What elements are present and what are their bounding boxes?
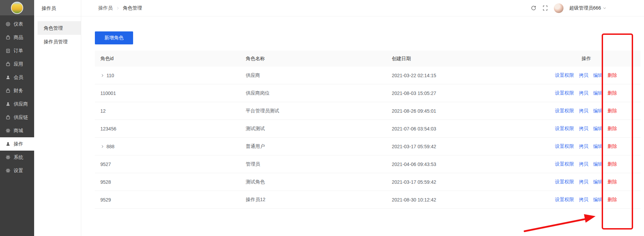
submenu-item-角色管理[interactable]: 角色管理 bbox=[38, 21, 81, 35]
table-row: 888 普通用户 2021-03-17 05:59:42 设置权限拷贝编辑删除 bbox=[95, 138, 641, 155]
created-date-cell: 2021-04-06 09:43:53 bbox=[392, 162, 532, 167]
column-header-role-name: 角色名称 bbox=[246, 56, 392, 62]
created-date-cell: 2021-07-06 03:54:03 bbox=[392, 126, 532, 131]
role-name-cell: 普通用户 bbox=[246, 143, 392, 150]
sidebar-item-财务[interactable]: 财务 bbox=[0, 84, 34, 97]
role-name-cell: 操作员12 bbox=[246, 197, 392, 203]
table-row: 123456 测试测试 2021-07-06 03:54:03 设置权限拷贝编辑… bbox=[95, 120, 641, 138]
sidebar-item-系统[interactable]: 系统 bbox=[0, 151, 34, 164]
gear-icon bbox=[5, 128, 11, 133]
delete-link[interactable]: 删除 bbox=[607, 179, 617, 184]
delete-link[interactable]: 删除 bbox=[607, 108, 617, 113]
delete-link[interactable]: 删除 bbox=[607, 72, 617, 78]
column-header-role-id: 角色id bbox=[95, 56, 246, 62]
delete-link[interactable]: 删除 bbox=[607, 90, 617, 96]
edit-link[interactable]: 编辑 bbox=[593, 72, 603, 78]
copy-link[interactable]: 拷贝 bbox=[579, 161, 588, 167]
sidebar-item-设置[interactable]: 设置 bbox=[0, 164, 34, 177]
secondary-sidebar: 操作员 角色管理 操作员管理 bbox=[34, 0, 81, 236]
sidebar-item-label: 商品 bbox=[14, 34, 23, 41]
row-actions: 设置权限拷贝编辑删除 bbox=[532, 126, 641, 132]
sidebar-item-订单[interactable]: 订单 bbox=[0, 44, 34, 57]
user-menu[interactable]: 超级管理员666 bbox=[569, 5, 606, 11]
delete-link[interactable]: 删除 bbox=[607, 143, 617, 149]
row-actions: 设置权限拷贝编辑删除 bbox=[532, 72, 641, 79]
copy-link[interactable]: 拷贝 bbox=[579, 126, 588, 131]
delete-link[interactable]: 删除 bbox=[607, 161, 617, 167]
sidebar-item-label: 订单 bbox=[14, 48, 23, 54]
roles-table: 角色id 角色名称 创建日期 操作 110 供应商 2021-03-22 02:… bbox=[95, 51, 641, 209]
breadcrumb: 操作员 角色管理 bbox=[98, 5, 142, 11]
role-id-cell: 123456 bbox=[100, 126, 116, 131]
role-name-cell: 供应商 bbox=[246, 72, 392, 79]
set-permissions-link[interactable]: 设置权限 bbox=[555, 126, 574, 131]
bag-icon bbox=[5, 35, 11, 40]
copy-link[interactable]: 拷贝 bbox=[579, 143, 588, 149]
set-permissions-link[interactable]: 设置权限 bbox=[555, 90, 574, 96]
dashboard-icon bbox=[5, 22, 11, 27]
sidebar-item-供应商[interactable]: 供应商 bbox=[0, 97, 34, 111]
set-permissions-link[interactable]: 设置权限 bbox=[555, 179, 574, 184]
created-date-cell: 2021-03-17 05:59:42 bbox=[392, 179, 532, 185]
sidebar-item-供应链[interactable]: 供应链 bbox=[0, 111, 34, 124]
fullscreen-icon[interactable] bbox=[542, 5, 548, 11]
copy-link[interactable]: 拷贝 bbox=[579, 197, 588, 202]
submenu-items: 角色管理 操作员管理 bbox=[34, 16, 81, 48]
set-permissions-link[interactable]: 设置权限 bbox=[555, 108, 574, 113]
copy-link[interactable]: 拷贝 bbox=[579, 90, 588, 96]
user-avatar[interactable] bbox=[554, 3, 563, 13]
table-row: 9527 管理员 2021-04-06 09:43:53 设置权限拷贝编辑删除 bbox=[95, 155, 641, 173]
edit-link[interactable]: 编辑 bbox=[593, 161, 603, 167]
copy-link[interactable]: 拷贝 bbox=[579, 179, 588, 184]
set-permissions-link[interactable]: 设置权限 bbox=[555, 197, 574, 202]
edit-link[interactable]: 编辑 bbox=[593, 197, 603, 202]
sidebar-item-操作[interactable]: 操作 bbox=[0, 137, 34, 151]
sidebar-item-label: 商城 bbox=[14, 128, 23, 134]
sidebar-item-仪表[interactable]: 仪表 bbox=[0, 17, 34, 31]
sidebar-item-会员[interactable]: 会员 bbox=[0, 71, 34, 84]
submenu-title: 操作员 bbox=[34, 0, 81, 16]
chevron-right-icon bbox=[116, 6, 120, 10]
sidebar-item-应用[interactable]: 应用 bbox=[0, 57, 34, 71]
column-header-actions: 操作 bbox=[532, 56, 641, 62]
bag-icon bbox=[5, 61, 11, 67]
created-date-cell: 2021-08-03 15:05:27 bbox=[392, 91, 532, 96]
expand-chevron-icon[interactable] bbox=[100, 144, 104, 149]
set-permissions-link[interactable]: 设置权限 bbox=[555, 72, 574, 78]
edit-link[interactable]: 编辑 bbox=[593, 90, 603, 96]
sidebar-item-label: 会员 bbox=[14, 74, 23, 81]
created-date-cell: 2021-03-22 02:14:15 bbox=[392, 73, 532, 78]
app-logo[interactable] bbox=[11, 2, 23, 14]
gear-icon bbox=[5, 155, 11, 160]
delete-link[interactable]: 删除 bbox=[607, 126, 617, 131]
role-name-cell: 平台管理员测试 bbox=[246, 108, 392, 114]
add-role-button[interactable]: 新增角色 bbox=[95, 31, 133, 44]
submenu-item-操作员管理[interactable]: 操作员管理 bbox=[38, 35, 81, 48]
edit-link[interactable]: 编辑 bbox=[593, 108, 603, 113]
copy-link[interactable]: 拷贝 bbox=[579, 72, 588, 78]
row-actions: 设置权限拷贝编辑删除 bbox=[532, 143, 641, 150]
role-id-cell: 110001 bbox=[100, 91, 116, 96]
content: 新增角色 角色id 角色名称 创建日期 操作 110 供应商 2021-03-2… bbox=[81, 16, 644, 209]
edit-link[interactable]: 编辑 bbox=[593, 179, 603, 184]
edit-link[interactable]: 编辑 bbox=[593, 126, 603, 131]
breadcrumb-item[interactable]: 操作员 bbox=[98, 5, 113, 11]
delete-link[interactable]: 删除 bbox=[607, 197, 617, 202]
sidebar-item-label: 操作 bbox=[14, 141, 23, 147]
role-name-cell: 供应商岗位 bbox=[246, 90, 392, 96]
expand-chevron-icon[interactable] bbox=[100, 73, 104, 78]
edit-link[interactable]: 编辑 bbox=[593, 143, 603, 149]
user-name-label: 超级管理员666 bbox=[569, 5, 601, 11]
set-permissions-link[interactable]: 设置权限 bbox=[555, 143, 574, 149]
sidebar-item-商品[interactable]: 商品 bbox=[0, 31, 34, 44]
copy-link[interactable]: 拷贝 bbox=[579, 108, 588, 113]
set-permissions-link[interactable]: 设置权限 bbox=[555, 161, 574, 167]
row-actions: 设置权限拷贝编辑删除 bbox=[532, 197, 641, 203]
sidebar-item-商城[interactable]: 商城 bbox=[0, 124, 34, 137]
table-row: 12 平台管理员测试 2021-08-26 09:45:01 设置权限拷贝编辑删… bbox=[95, 102, 641, 120]
refresh-icon[interactable] bbox=[531, 5, 536, 11]
row-actions: 设置权限拷贝编辑删除 bbox=[532, 90, 641, 96]
role-name-cell: 测试测试 bbox=[246, 126, 392, 132]
bag-icon bbox=[5, 115, 11, 120]
created-date-cell: 2021-03-17 05:59:42 bbox=[392, 144, 532, 149]
